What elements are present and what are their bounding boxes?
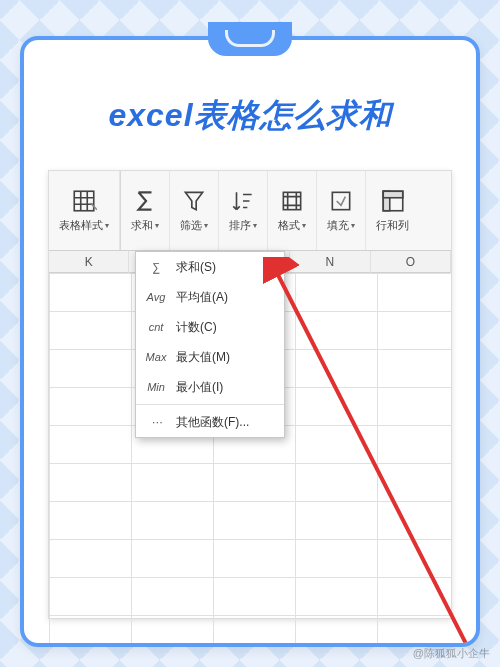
svg-rect-10 — [332, 192, 349, 209]
tutorial-card: excel表格怎么求和 表格样式▾ 求和▾ 筛选▾ — [20, 36, 480, 647]
menu-item-label: 平均值(A) — [176, 289, 228, 306]
menu-item-label: 最小值(I) — [176, 379, 223, 396]
fill-label: 填充 — [327, 218, 349, 233]
avg-icon: Avg — [144, 291, 168, 303]
col-header[interactable]: O — [371, 251, 451, 273]
sum-label: 求和 — [131, 218, 153, 233]
sort-button[interactable]: 排序▾ — [219, 171, 268, 250]
menu-separator — [136, 404, 284, 405]
filter-icon — [181, 188, 207, 214]
other-icon: ⋯ — [144, 416, 168, 429]
max-icon: Max — [144, 351, 168, 363]
sum-dropdown-menu: ∑ 求和(S) Avg 平均值(A) cnt 计数(C) Max 最大值(M) … — [135, 251, 285, 438]
rowcol-label: 行和列 — [376, 218, 409, 233]
dropdown-caret-icon: ▾ — [155, 221, 159, 230]
svg-rect-13 — [383, 191, 403, 198]
filter-button[interactable]: 筛选▾ — [170, 171, 219, 250]
menu-item-avg[interactable]: Avg 平均值(A) — [136, 282, 284, 312]
filter-label: 筛选 — [180, 218, 202, 233]
watermark: @陈狐狐小企牛 — [413, 646, 490, 661]
sort-label: 排序 — [229, 218, 251, 233]
table-style-label: 表格样式 — [59, 218, 103, 233]
sum-button[interactable]: 求和▾ — [121, 171, 170, 250]
dropdown-caret-icon: ▾ — [351, 221, 355, 230]
dropdown-caret-icon: ▾ — [302, 221, 306, 230]
table-style-button[interactable]: 表格样式▾ — [49, 171, 120, 250]
menu-item-count[interactable]: cnt 计数(C) — [136, 312, 284, 342]
dropdown-caret-icon: ▾ — [253, 221, 257, 230]
svg-rect-5 — [283, 192, 300, 209]
svg-rect-0 — [74, 191, 94, 211]
menu-item-max[interactable]: Max 最大值(M) — [136, 342, 284, 372]
sort-icon — [230, 188, 256, 214]
card-notch — [208, 22, 292, 56]
menu-item-label: 计数(C) — [176, 319, 217, 336]
rowcol-button[interactable]: 行和列 — [366, 171, 419, 250]
col-header[interactable]: N — [290, 251, 370, 273]
page-title: excel表格怎么求和 — [24, 94, 476, 138]
fill-button[interactable]: 填充▾ — [317, 171, 366, 250]
menu-item-label: 其他函数(F)... — [176, 414, 249, 431]
menu-item-other-functions[interactable]: ⋯ 其他函数(F)... — [136, 407, 284, 437]
ribbon-toolbar: 表格样式▾ 求和▾ 筛选▾ 排序▾ — [49, 171, 451, 251]
min-icon: Min — [144, 381, 168, 393]
menu-item-label: 最大值(M) — [176, 349, 230, 366]
format-icon — [279, 188, 305, 214]
screenshot-frame: 表格样式▾ 求和▾ 筛选▾ 排序▾ — [48, 170, 452, 619]
format-label: 格式 — [278, 218, 300, 233]
table-style-icon — [71, 188, 97, 214]
rowcol-icon — [380, 188, 406, 214]
dropdown-caret-icon: ▾ — [105, 221, 109, 230]
menu-item-min[interactable]: Min 最小值(I) — [136, 372, 284, 402]
sigma-icon: ∑ — [144, 261, 168, 273]
count-icon: cnt — [144, 321, 168, 333]
fill-icon — [328, 188, 354, 214]
menu-item-label: 求和(S) — [176, 259, 216, 276]
dropdown-caret-icon: ▾ — [204, 221, 208, 230]
col-header[interactable]: K — [49, 251, 129, 273]
sigma-icon — [132, 188, 158, 214]
format-button[interactable]: 格式▾ — [268, 171, 317, 250]
menu-item-sum[interactable]: ∑ 求和(S) — [136, 252, 284, 282]
